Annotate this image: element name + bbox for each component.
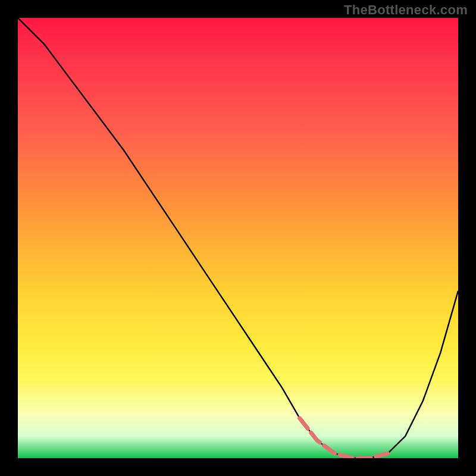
curve-layer bbox=[18, 18, 458, 458]
watermark-text: TheBottleneck.com bbox=[344, 2, 468, 18]
bottleneck-curve bbox=[18, 18, 458, 458]
plot-area bbox=[18, 18, 458, 458]
sweet-spot-marker bbox=[300, 418, 388, 458]
chart-stage: TheBottleneck.com bbox=[0, 0, 476, 476]
